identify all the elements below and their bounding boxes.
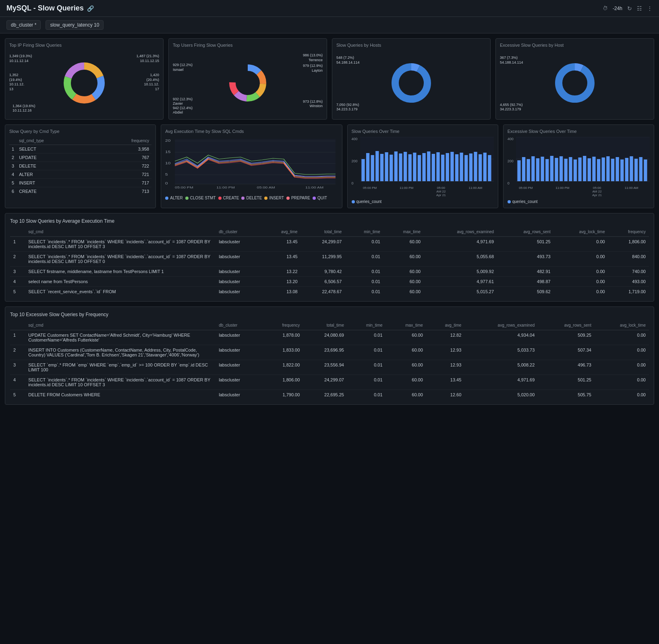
sql-cmd-cell: UPDATE Customers SET ContactName='Alfred… [25,330,216,345]
col-frequency: frequency [93,137,152,145]
user-label-1: 986 (13.0%)Terrence [303,53,323,62]
th-db-cluster-e: db_cluster [216,321,262,330]
svg-rect-75 [536,158,539,181]
db-cluster-cell: labscluster [216,252,262,267]
table-row: 6 CREATE 713 [9,187,151,196]
legend-quit: QUIT [313,196,327,200]
host-label-2: 7,050 (92.8%)34.223.3.179 [336,103,359,112]
top-ip-label-5: 1,364 (19.6%)10.11.12.16 [12,104,35,113]
svg-rect-43 [380,154,383,181]
row-num: 3 [10,267,25,277]
legend-create: CREATE [218,196,239,200]
table-row: 3 DELETE 722 [9,162,151,170]
avg-rows-examined-cell: 5,033.73 [464,345,538,360]
avg-rows-sent-cell: 501.25 [497,237,554,252]
svg-rect-94 [625,158,628,181]
table-row: 4 ALTER 721 [9,170,151,179]
filter-db-cluster[interactable]: db_cluster * [6,20,41,30]
frequency-cell: 717 [93,179,152,187]
row-num: 5 [9,179,17,187]
svg-rect-55 [436,152,439,181]
th-frequency-e: frequency [262,321,303,330]
svg-rect-42 [375,151,379,181]
filter-icon[interactable]: ☷ [637,5,642,12]
max-time-cell: 60.00 [383,287,424,297]
th-avg-lock-time-e: avg_lock_time [595,321,649,330]
frequency-cell: 493.00 [608,277,649,287]
row-num: 1 [10,330,25,345]
excessive-by-host-chart: 367 (7.3%)54.188.14.114 4,655 (92.7%)34.… [500,51,650,115]
th-max-time: max_time [383,227,424,237]
avg-time-cell: 13.45 [426,375,465,390]
queries-by-host-chart: 548 (7.2%)54.188.14.114 7,050 (92.8%)34.… [336,51,486,115]
user-label-2: 979 (12.9%)Layton [303,64,323,73]
th-avg-time-e: avg_time [426,321,465,330]
frequency-cell: 767 [93,153,152,162]
avg-rows-examined-cell: 5,055.68 [424,252,497,267]
avg-exec-chart: 20 15 10 5 0 [165,137,338,193]
top10-excessive-table: sql_cmd db_cluster frequency total_time … [10,321,649,400]
sql-cmd-cell: INSERT INTO Customers (CustomerName, Con… [25,345,216,360]
row-num: 4 [10,277,25,287]
svg-rect-50 [413,153,416,181]
svg-text:0: 0 [165,181,168,185]
svg-rect-89 [601,157,605,181]
table-row: 2 SELECT `incidents`.* FROM `incidents` … [10,252,649,267]
total-time-cell: 24,080.69 [303,330,347,345]
more-icon[interactable]: ⋮ [647,5,653,12]
top-ip-label-2: 1,487 (21.3%)10.11.12.15 [136,54,159,63]
min-time-cell: 0.01 [347,375,386,390]
frequency-cell: 1,790.00 [262,390,303,400]
table-row: 5 DELETE FROM Customers WHERE labscluste… [10,390,649,400]
panel-slow-queries-time-title: Slow Queries Over Time [352,129,494,134]
time-range[interactable]: -24h [613,6,622,11]
avg-lock-time-cell: 0.00 [595,345,649,360]
svg-rect-72 [522,157,525,181]
min-time-cell: 0.01 [345,287,383,297]
th-avg-rows-sent: avg_rows_sent [497,227,554,237]
avg-rows-examined-cell: 5,015.27 [424,287,497,297]
top-users-chart: 986 (13.0%)Terrence 979 (12.9%)Layton 97… [173,51,323,115]
panel-queries-by-host-title: Slow Queries by Hosts [336,43,486,48]
max-time-cell: 60.00 [383,277,424,287]
svg-rect-87 [592,157,595,181]
table-row: 4 SELECT `incidents`.* FROM `incidents` … [10,375,649,390]
avg-lock-time-cell: 0.00 [554,267,608,277]
panel-avg-exec-title: Avg Execution Time by Slow SQL Cmds [165,129,338,134]
total-time-cell: 9,780.42 [301,267,345,277]
legend-excessive-queries-count: queries_count [508,199,538,204]
excessive-bar-chart [516,137,650,185]
cmd-type-table: sql_cmd_type frequency 1 SELECT 3,958 2 … [9,137,151,195]
table-row: 5 SELECT `recent_service_events`.`id` FR… [10,287,649,297]
svg-rect-41 [371,155,374,181]
panel-queries-by-host: Slow Queries by Hosts 548 (7.2%)54.188.1… [332,38,491,120]
th-min-time: min_time [345,227,383,237]
svg-rect-51 [417,155,421,181]
row-num: 4 [10,375,25,390]
row-num: 5 [10,287,25,297]
slow-queries-legend: queries_count [352,199,494,204]
svg-rect-46 [394,151,397,181]
frequency-cell: 840.00 [608,252,649,267]
host-label-1: 548 (7.2%)54.188.14.114 [336,56,360,65]
svg-rect-88 [597,159,600,181]
avg-rows-examined-cell: 4,934.04 [464,330,538,345]
svg-point-5 [73,72,95,94]
th-avg-time: avg_time [262,227,301,237]
total-time-cell: 22,695.25 [303,390,347,400]
svg-rect-90 [606,156,609,181]
row-num: 5 [10,390,25,400]
panel-cmd-type-title: Slow Query by Cmd Type [9,129,151,134]
avg-time-cell: 13.20 [262,277,301,287]
th-total-time-e: total_time [303,321,347,330]
filter-slow-query-latency[interactable]: slow_query_latency 10 [46,20,104,30]
svg-rect-54 [431,154,435,181]
user-label-3: 973 (12.8%)Winston [303,99,323,109]
refresh-icon[interactable]: ↻ [627,5,632,12]
svg-rect-84 [578,157,581,181]
table-row: 5 INSERT 717 [9,179,151,187]
col-num [9,137,17,145]
panel-excessive-by-host: Excessive Slow Queries by Host 367 (7.3%… [495,38,654,120]
svg-rect-93 [620,159,624,181]
share-icon[interactable]: 🔗 [87,5,94,12]
